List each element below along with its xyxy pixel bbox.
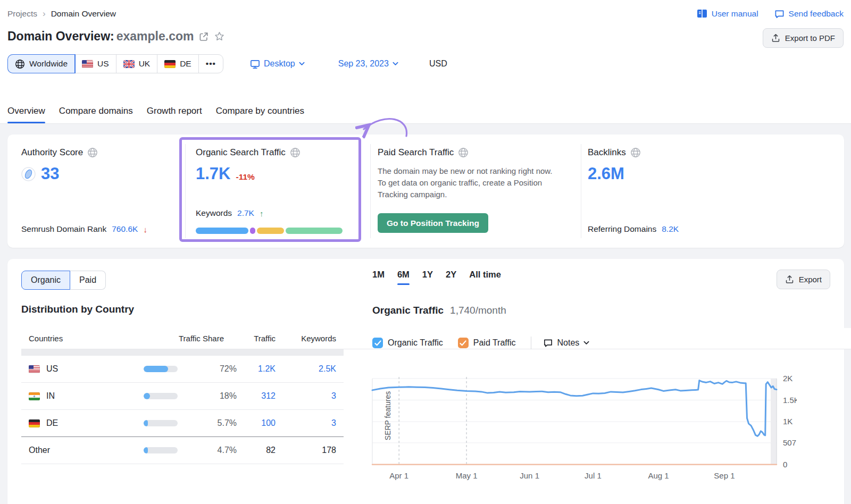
checkbox-checked-icon[interactable] bbox=[458, 338, 469, 348]
time-range-tabs: 1M6M1Y2YAll time bbox=[372, 270, 501, 285]
location-chip-us[interactable]: US bbox=[75, 55, 116, 73]
send-feedback-link[interactable]: Send feedback bbox=[774, 9, 844, 19]
location-chip-more[interactable]: ••• bbox=[199, 55, 223, 73]
col-traffic-share: Traffic Share bbox=[144, 334, 237, 343]
divider bbox=[185, 144, 186, 238]
chevron-down-icon bbox=[299, 62, 305, 66]
keywords-label: Keywords bbox=[196, 208, 232, 218]
location-chip-uk[interactable]: UK bbox=[116, 55, 158, 73]
flag-de-icon bbox=[164, 60, 176, 68]
range-6m[interactable]: 6M bbox=[397, 270, 410, 285]
paid-traffic-title: Paid Search Traffic bbox=[378, 147, 454, 158]
export-to-pdf-button[interactable]: Export to PDF bbox=[763, 28, 844, 48]
tab-overview[interactable]: Overview bbox=[7, 106, 45, 123]
domain-overview-page: Projects › Domain Overview User manual S… bbox=[0, 0, 851, 504]
globe-info-icon[interactable] bbox=[87, 147, 98, 158]
svg-text:1.5K: 1.5K bbox=[783, 396, 797, 405]
globe-info-icon[interactable] bbox=[290, 147, 301, 158]
notes-label: Notes bbox=[557, 338, 580, 348]
toggle-paid[interactable]: Paid bbox=[70, 271, 106, 290]
organic-traffic-title: Organic Search Traffic bbox=[196, 147, 286, 158]
legend-organic-traffic[interactable]: Organic Traffic bbox=[372, 338, 443, 348]
notes-bubble-icon bbox=[543, 338, 553, 348]
traffic-value[interactable]: 1.2K bbox=[237, 364, 276, 374]
monitor-icon bbox=[250, 59, 260, 69]
traffic-share-value: 18% bbox=[178, 391, 237, 401]
metric-cards-panel: Authority Score 33 Semrush Domain Rank 7… bbox=[7, 135, 844, 248]
position-tracking-button[interactable]: Go to Position Tracking bbox=[378, 213, 488, 233]
breadcrumb-projects[interactable]: Projects bbox=[7, 9, 37, 19]
upload-icon bbox=[785, 275, 794, 284]
keywords-value[interactable]: 2.5K bbox=[276, 364, 336, 374]
domain-rank-value[interactable]: 760.6K bbox=[112, 224, 138, 234]
traffic-distribution-panel: OrganicPaid Distribution by Country Coun… bbox=[7, 259, 844, 504]
location-chip-label: US bbox=[97, 59, 109, 69]
page-title: Domain Overview:example.com bbox=[7, 29, 194, 44]
external-link-icon[interactable] bbox=[198, 31, 209, 42]
tab-compare-domains[interactable]: Compare domains bbox=[59, 106, 133, 123]
range-all-time[interactable]: All time bbox=[469, 270, 501, 285]
location-chip-label: ••• bbox=[206, 59, 216, 69]
country-row-in[interactable]: IN18%3123 bbox=[21, 382, 344, 409]
toggle-organic[interactable]: Organic bbox=[21, 271, 70, 290]
traffic-value[interactable]: 100 bbox=[237, 418, 276, 428]
col-traffic: Traffic bbox=[237, 334, 276, 343]
keywords-value[interactable]: 3 bbox=[276, 418, 336, 428]
range-1y[interactable]: 1Y bbox=[422, 270, 433, 285]
legend-paid-traffic[interactable]: Paid Traffic bbox=[458, 338, 516, 348]
header: Projects › Domain Overview User manual S… bbox=[0, 0, 851, 124]
tab-growth-report[interactable]: Growth report bbox=[147, 106, 202, 123]
favorite-star-icon[interactable] bbox=[214, 31, 225, 42]
range-1m[interactable]: 1M bbox=[372, 270, 385, 285]
intent-segment-informational bbox=[196, 228, 248, 234]
paid-traffic-message: The domain may be new or not ranking rig… bbox=[378, 165, 555, 200]
organic-traffic-card: Organic Search Traffic 1.7K -11% Keyword… bbox=[196, 147, 355, 236]
export-label: Export bbox=[799, 275, 822, 284]
distribution-title: Distribution by Country bbox=[21, 304, 134, 315]
country-row-other[interactable]: Other4.7%82178 bbox=[21, 436, 344, 464]
currency-label: USD bbox=[429, 59, 447, 69]
authority-score-icon bbox=[21, 167, 36, 181]
globe-info-icon[interactable] bbox=[630, 147, 641, 158]
domain-rank-label: Semrush Domain Rank bbox=[21, 224, 106, 234]
device-selector[interactable]: Desktop bbox=[250, 59, 305, 69]
organic-traffic-chart[interactable]: 2K1.5K1K5070SERP featuresApr 1May 1Jun 1… bbox=[371, 370, 802, 492]
tab-compare-by-countries[interactable]: Compare by countries bbox=[216, 106, 304, 123]
chevron-down-icon bbox=[393, 62, 398, 66]
country-row-us[interactable]: US72%1.2K2.5K bbox=[21, 355, 344, 382]
trend-up-icon: ↑ bbox=[260, 209, 264, 218]
user-manual-link[interactable]: User manual bbox=[697, 9, 758, 19]
intent-segment-commercial bbox=[257, 228, 284, 234]
country-name: Other bbox=[21, 446, 144, 455]
legend-label: Organic Traffic bbox=[388, 338, 443, 348]
referring-domains-value[interactable]: 8.2K bbox=[662, 224, 679, 234]
traffic-share-value: 5.7% bbox=[178, 418, 237, 428]
send-feedback-label: Send feedback bbox=[789, 9, 844, 19]
keywords-value[interactable]: 2.7K bbox=[237, 208, 254, 218]
date-selector[interactable]: Sep 23, 2023 bbox=[338, 59, 398, 69]
traffic-share-bar bbox=[144, 393, 178, 399]
traffic-share-value: 4.7% bbox=[178, 446, 237, 455]
report-tabs: OverviewCompare domainsGrowth reportComp… bbox=[7, 106, 304, 123]
notes-dropdown[interactable]: Notes bbox=[543, 338, 590, 348]
range-2y[interactable]: 2Y bbox=[446, 270, 456, 285]
checkbox-checked-icon[interactable] bbox=[372, 338, 383, 348]
divider bbox=[581, 144, 581, 238]
chart-legend: Organic TrafficPaid Traffic Notes bbox=[372, 337, 589, 349]
legend-label: Paid Traffic bbox=[473, 338, 516, 348]
svg-text:1K: 1K bbox=[783, 417, 792, 426]
keywords-value[interactable]: 3 bbox=[276, 391, 336, 401]
svg-text:Apr 1: Apr 1 bbox=[389, 471, 408, 480]
export-button[interactable]: Export bbox=[777, 270, 830, 289]
globe-info-icon[interactable] bbox=[458, 147, 469, 158]
location-chip-de[interactable]: DE bbox=[157, 55, 199, 73]
country-row-de[interactable]: DE5.7%1003 bbox=[21, 409, 344, 436]
svg-text:0: 0 bbox=[783, 460, 787, 469]
book-icon bbox=[697, 9, 707, 19]
worldwide-globe-icon bbox=[15, 59, 25, 69]
svg-text:Jun 1: Jun 1 bbox=[520, 471, 539, 480]
location-chip-worldwide[interactable]: Worldwide bbox=[8, 55, 75, 73]
traffic-value[interactable]: 312 bbox=[237, 391, 276, 401]
svg-text:507: 507 bbox=[783, 438, 796, 447]
trend-down-icon: ↓ bbox=[143, 225, 147, 234]
